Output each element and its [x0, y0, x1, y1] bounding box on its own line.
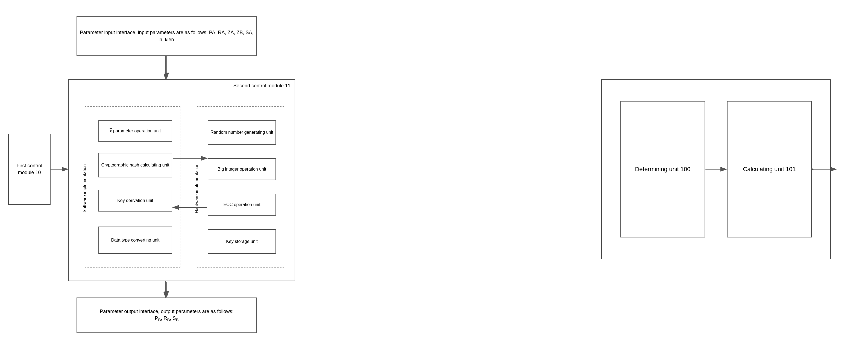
big-int-box: Big integer operation unit — [208, 158, 276, 180]
x-param-box: x parameter operation unit — [98, 120, 172, 142]
key-deriv-label: Key derivation unit — [117, 198, 153, 204]
hardware-impl-label: Hardware implementation — [193, 158, 201, 218]
crypto-hash-label: Cryptographic hash calculating unit — [101, 162, 169, 168]
random-num-box: Random number generating unit — [208, 120, 276, 145]
param-output-label: Parameter output interface, output param… — [100, 308, 234, 323]
software-impl-label: Software implementation — [81, 158, 89, 218]
calculating-box: Calculating unit 101 — [727, 101, 812, 238]
data-type-label: Data type converting unit — [111, 237, 160, 243]
key-storage-label: Key storage unit — [226, 239, 258, 245]
calculating-label: Calculating unit 101 — [743, 165, 796, 174]
random-num-label: Random number generating unit — [211, 129, 273, 135]
key-storage-box: Key storage unit — [208, 229, 276, 254]
determining-label: Determining unit 100 — [635, 165, 690, 174]
big-int-label: Big integer operation unit — [218, 166, 266, 172]
key-deriv-box: Key derivation unit — [98, 190, 172, 212]
ecc-op-label: ECC operation unit — [223, 202, 260, 208]
data-type-box: Data type converting unit — [98, 226, 172, 254]
first-control-label: First control module 10 — [11, 163, 48, 176]
x-param-label: x parameter operation unit — [110, 128, 161, 134]
ecc-op-box: ECC operation unit — [208, 194, 276, 216]
second-control-label: Second control module 11 — [234, 82, 290, 89]
param-input-box: Parameter input interface, input paramet… — [76, 16, 257, 56]
param-output-box: Parameter output interface, output param… — [76, 297, 257, 333]
param-input-label: Parameter input interface, input paramet… — [79, 29, 254, 43]
determining-box: Determining unit 100 — [620, 101, 705, 238]
first-control-box: First control module 10 — [8, 134, 51, 205]
crypto-hash-box: Cryptographic hash calculating unit — [98, 153, 172, 177]
diagram-container: Parameter input interface, input paramet… — [0, 0, 868, 351]
